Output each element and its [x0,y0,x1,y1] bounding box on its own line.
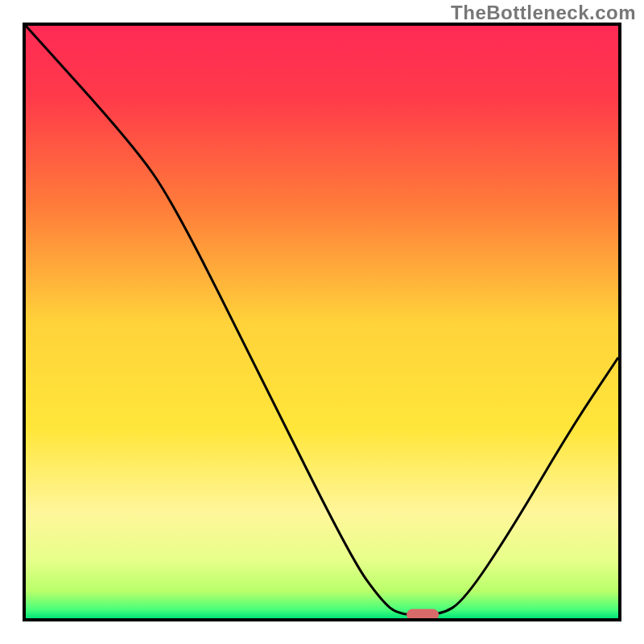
chart-frame [23,23,621,621]
watermark-text: TheBottleneck.com [451,2,636,24]
bottleneck-chart [26,26,618,618]
chart-background [26,26,618,618]
chart-marker [407,609,439,618]
